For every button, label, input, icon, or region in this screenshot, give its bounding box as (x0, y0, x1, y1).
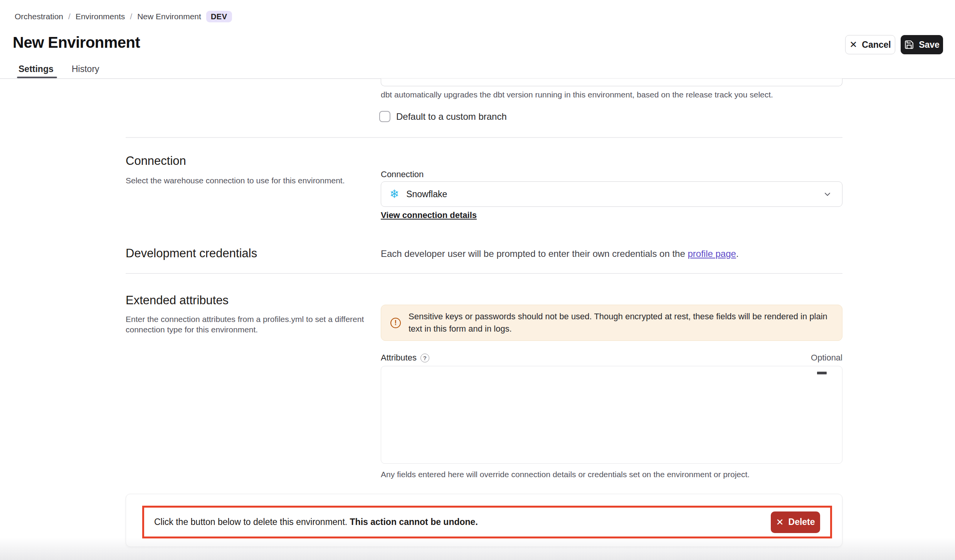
breadcrumb-separator: / (130, 12, 132, 21)
annotation-highlight: Click the button below to delete this en… (142, 506, 832, 538)
extended-attributes-heading: Extended attributes (126, 293, 229, 307)
release-track-select-partial[interactable] (381, 79, 842, 86)
sensitive-keys-warning: ! Sensitive keys or passwords should not… (381, 305, 842, 341)
custom-branch-checkbox[interactable] (379, 111, 390, 122)
help-icon[interactable]: ? (420, 354, 429, 362)
dev-credentials-heading: Development credentials (126, 246, 257, 260)
breadcrumb: Orchestration / Environments / New Envir… (15, 10, 232, 23)
close-icon: ✕ (849, 40, 857, 49)
attributes-row: Attributes ? Optional (381, 353, 842, 363)
attributes-editor[interactable] (381, 366, 842, 464)
save-button[interactable]: Save (901, 35, 943, 54)
save-icon (904, 40, 914, 50)
connection-select[interactable]: ❄ Snowflake (381, 181, 842, 207)
connection-field-label: Connection (381, 169, 424, 179)
delete-warning-bold: This action cannot be undone. (350, 517, 478, 527)
warning-text: Sensitive keys or passwords should not b… (409, 310, 833, 335)
connection-select-value: Snowflake (406, 189, 447, 200)
section-divider (126, 273, 842, 274)
delete-warning-normal: Click the button below to delete this en… (154, 517, 350, 527)
breadcrumb-environments[interactable]: Environments (76, 12, 125, 21)
environment-type-badge: DEV (206, 11, 232, 22)
page-title: New Environment (13, 34, 140, 51)
warning-icon: ! (390, 318, 401, 328)
optional-badge: Optional (811, 353, 842, 363)
attributes-label: Attributes (381, 353, 417, 363)
cancel-button-label: Cancel (862, 40, 891, 50)
release-track-helper: dbt automatically upgrades the dbt versi… (381, 90, 773, 99)
dev-credentials-text-after: . (736, 248, 739, 259)
close-icon: ✕ (776, 518, 784, 527)
tab-history[interactable]: History (72, 64, 99, 74)
extended-attributes-description: Enter the connection attributes from a p… (126, 314, 368, 335)
breadcrumb-new-environment[interactable]: New Environment (137, 12, 201, 21)
chevron-down-icon (823, 189, 832, 199)
delete-button-label: Delete (789, 517, 815, 527)
attributes-helper: Any fields entered here will override co… (381, 470, 750, 479)
view-connection-details-link[interactable]: View connection details (381, 210, 477, 220)
cancel-button[interactable]: ✕ Cancel (845, 35, 895, 54)
delete-button[interactable]: ✕ Delete (771, 511, 820, 533)
connection-section-heading: Connection (126, 154, 186, 168)
delete-warning-text: Click the button below to delete this en… (154, 517, 478, 527)
tab-settings[interactable]: Settings (18, 64, 54, 74)
section-divider (126, 137, 842, 138)
snowflake-icon: ❄ (390, 188, 399, 200)
connection-section-description: Select the warehouse connection to use f… (126, 175, 372, 186)
collapse-icon[interactable] (817, 372, 827, 374)
new-environment-page: Orchestration / Environments / New Envir… (0, 0, 955, 560)
dev-credentials-text-before: Each developer user will be prompted to … (381, 248, 688, 259)
dev-credentials-text: Each developer user will be prompted to … (381, 248, 739, 259)
profile-page-link[interactable]: profile page (688, 248, 736, 259)
save-button-label: Save (919, 40, 940, 50)
breadcrumb-separator: / (68, 12, 71, 21)
page-bottom-fade (0, 538, 955, 560)
breadcrumb-orchestration[interactable]: Orchestration (15, 12, 63, 21)
custom-branch-label: Default to a custom branch (396, 111, 507, 122)
